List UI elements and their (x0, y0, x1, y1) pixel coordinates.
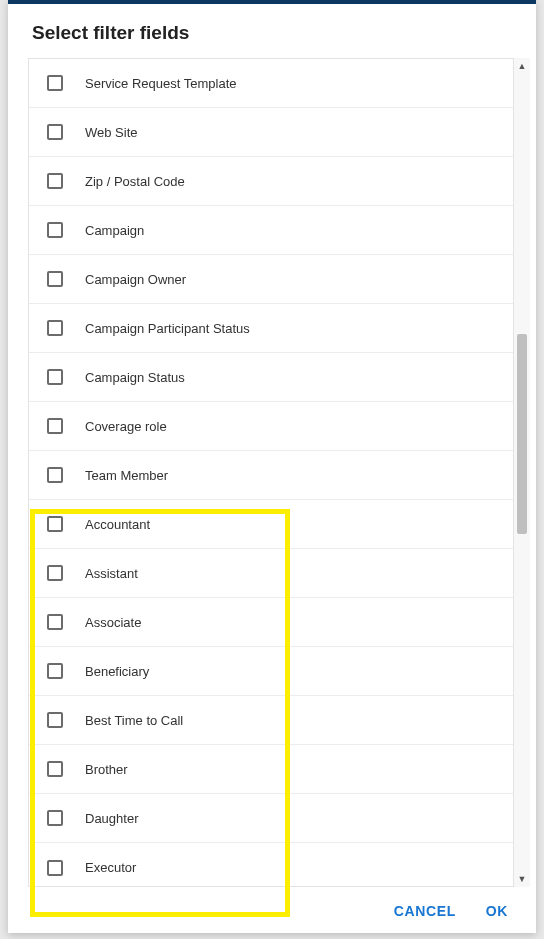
checkbox[interactable] (47, 320, 63, 336)
item-label: Beneficiary (85, 664, 149, 679)
checkbox[interactable] (47, 75, 63, 91)
scroll-down-icon[interactable]: ▼ (514, 871, 530, 887)
scroll-up-icon[interactable]: ▲ (514, 58, 530, 74)
list-item[interactable]: Service Request Template (29, 59, 513, 108)
item-label: Brother (85, 762, 128, 777)
item-label: Team Member (85, 468, 168, 483)
list-item[interactable]: Coverage role (29, 402, 513, 451)
list-item[interactable]: Daughter (29, 794, 513, 843)
item-label: Service Request Template (85, 76, 237, 91)
checkbox[interactable] (47, 565, 63, 581)
checkbox[interactable] (47, 860, 63, 876)
checkbox[interactable] (47, 418, 63, 434)
item-label: Assistant (85, 566, 138, 581)
item-label: Accountant (85, 517, 150, 532)
item-label: Zip / Postal Code (85, 174, 185, 189)
dialog: Select filter fields Service Request Tem… (8, 0, 536, 933)
item-label: Daughter (85, 811, 138, 826)
item-label: Campaign (85, 223, 144, 238)
checkbox[interactable] (47, 222, 63, 238)
scroll-track[interactable] (514, 74, 530, 871)
item-label: Campaign Participant Status (85, 321, 250, 336)
item-label: Best Time to Call (85, 713, 183, 728)
scroll-thumb[interactable] (517, 334, 527, 534)
checkbox[interactable] (47, 712, 63, 728)
scrollbar[interactable]: ▲ ▼ (514, 58, 530, 887)
list-item[interactable]: Campaign Participant Status (29, 304, 513, 353)
list-item[interactable]: Campaign (29, 206, 513, 255)
filter-list: Service Request TemplateWeb SiteZip / Po… (28, 58, 514, 887)
list-item[interactable]: Accountant (29, 500, 513, 549)
list-item[interactable]: Team Member (29, 451, 513, 500)
item-label: Web Site (85, 125, 138, 140)
dialog-title: Select filter fields (32, 22, 512, 44)
list-item[interactable]: Executor (29, 843, 513, 887)
checkbox[interactable] (47, 467, 63, 483)
item-label: Campaign Status (85, 370, 185, 385)
list-item[interactable]: Associate (29, 598, 513, 647)
checkbox[interactable] (47, 516, 63, 532)
list-item[interactable]: Best Time to Call (29, 696, 513, 745)
checkbox[interactable] (47, 271, 63, 287)
list-item[interactable]: Brother (29, 745, 513, 794)
list-item[interactable]: Campaign Owner (29, 255, 513, 304)
list-item[interactable]: Beneficiary (29, 647, 513, 696)
list-item[interactable]: Zip / Postal Code (29, 157, 513, 206)
item-label: Associate (85, 615, 141, 630)
item-label: Campaign Owner (85, 272, 186, 287)
item-label: Executor (85, 860, 136, 875)
dialog-header: Select filter fields (8, 4, 536, 58)
cancel-button[interactable]: CANCEL (394, 903, 456, 919)
checkbox[interactable] (47, 173, 63, 189)
list-item[interactable]: Assistant (29, 549, 513, 598)
checkbox[interactable] (47, 124, 63, 140)
ok-button[interactable]: OK (486, 903, 508, 919)
checkbox[interactable] (47, 369, 63, 385)
list-item[interactable]: Web Site (29, 108, 513, 157)
list-item[interactable]: Campaign Status (29, 353, 513, 402)
checkbox[interactable] (47, 614, 63, 630)
scroll-wrap: Service Request TemplateWeb SiteZip / Po… (8, 58, 536, 887)
checkbox[interactable] (47, 663, 63, 679)
checkbox[interactable] (47, 810, 63, 826)
checkbox[interactable] (47, 761, 63, 777)
item-label: Coverage role (85, 419, 167, 434)
dialog-footer: CANCEL OK (8, 887, 536, 933)
